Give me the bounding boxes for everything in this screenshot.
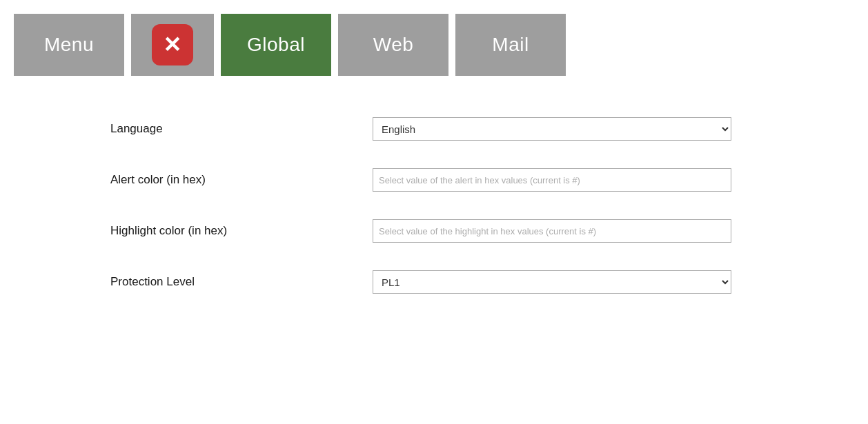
- settings-form: Language English French German Spanish A…: [0, 76, 868, 307]
- highlight-color-input-wrap: [373, 219, 731, 243]
- highlight-color-label: Highlight color (in hex): [110, 224, 373, 238]
- nav-menu-button[interactable]: Menu: [14, 14, 124, 76]
- nav-web-button[interactable]: Web: [338, 14, 448, 76]
- language-select[interactable]: English French German Spanish: [373, 117, 731, 141]
- alert-color-input[interactable]: [373, 168, 731, 192]
- protection-level-label: Protection Level: [110, 275, 373, 289]
- highlight-color-row: Highlight color (in hex): [110, 205, 868, 256]
- language-label: Language: [110, 122, 373, 136]
- alert-color-input-wrap: [373, 168, 731, 192]
- nav-global-button[interactable]: Global: [221, 14, 331, 76]
- nav-mail-button[interactable]: Mail: [455, 14, 566, 76]
- protection-level-row: Protection Level PL1 PL2 PL3: [110, 256, 868, 307]
- language-input-wrap: English French German Spanish: [373, 117, 731, 141]
- close-icon: ✕: [152, 24, 193, 65]
- protection-level-select[interactable]: PL1 PL2 PL3: [373, 270, 731, 294]
- alert-color-label: Alert color (in hex): [110, 173, 373, 187]
- highlight-color-input[interactable]: [373, 219, 731, 243]
- nav-close-button[interactable]: ✕: [131, 14, 214, 76]
- close-x-icon: ✕: [163, 34, 182, 56]
- top-nav: Menu ✕ Global Web Mail: [0, 0, 868, 76]
- language-row: Language English French German Spanish: [110, 103, 868, 154]
- protection-level-input-wrap: PL1 PL2 PL3: [373, 270, 731, 294]
- alert-color-row: Alert color (in hex): [110, 154, 868, 205]
